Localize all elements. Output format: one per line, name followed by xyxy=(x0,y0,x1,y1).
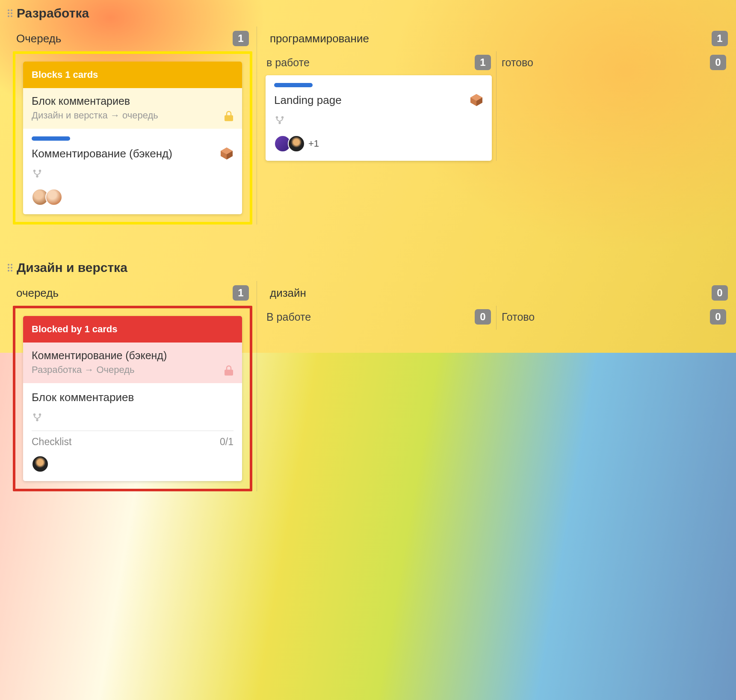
related-card-path: Разработка → Очередь xyxy=(32,364,234,375)
sublane-title: Готово xyxy=(502,311,535,323)
sublane-header[interactable]: Готово 0 xyxy=(501,306,727,330)
lane-count-badge: 1 xyxy=(233,285,249,301)
card-body: Блок комментариев Checklist 0/1 xyxy=(23,383,242,481)
card-avatars: +1 xyxy=(274,135,483,152)
card-body: Комментирование (бэкенд) xyxy=(23,129,242,214)
svg-point-5 xyxy=(36,175,38,177)
highlight-blocks: Blocks 1 cards Блок комментариев Дизайн … xyxy=(13,51,252,224)
sublane-count-badge: 1 xyxy=(475,55,491,70)
sublane-done: Готово 0 xyxy=(496,306,731,330)
card-meta xyxy=(32,412,234,425)
avatar-more-count[interactable]: +1 xyxy=(308,138,319,149)
lane-count-badge: 1 xyxy=(233,31,249,46)
avatar[interactable] xyxy=(32,455,49,473)
avatar[interactable] xyxy=(45,189,62,206)
related-card-title: Комментирование (бэкенд) xyxy=(32,349,234,362)
sublane-in-progress: в работе 1 Landing page xyxy=(261,51,496,161)
sublane-title: в работе xyxy=(266,56,310,69)
lane-design: дизайн 0 В работе 0 Готово 0 xyxy=(257,281,736,491)
svg-point-12 xyxy=(33,414,35,416)
related-card-path: Дизайн и верстка → очередь xyxy=(32,110,234,121)
lane-header[interactable]: дизайн 0 xyxy=(261,281,731,306)
card-avatars xyxy=(32,455,234,473)
svg-point-9 xyxy=(276,116,278,118)
sublane-done: готово 0 xyxy=(496,51,731,161)
cube-icon xyxy=(470,93,483,107)
svg-point-13 xyxy=(39,414,41,416)
swimlane-development: Разработка Очередь 1 Blocks 1 cards Блок… xyxy=(0,0,736,224)
swimlane-header[interactable]: Разработка xyxy=(0,0,736,27)
avatar[interactable] xyxy=(288,135,305,152)
card-blocked-banner: Blocked by 1 cards xyxy=(23,316,242,343)
lane-count-badge: 0 xyxy=(712,285,728,301)
lane-header[interactable]: программирование 1 xyxy=(261,27,731,51)
card-title: Комментирование (бэкенд) xyxy=(32,147,172,160)
swimlane-spacer xyxy=(0,224,736,254)
card-landing-page[interactable]: Landing page xyxy=(266,75,492,161)
card-avatars xyxy=(32,189,234,206)
checklist-row[interactable]: Checklist 0/1 xyxy=(32,431,234,448)
lane-programming: программирование 1 в работе 1 xyxy=(257,27,736,224)
swimlane-header[interactable]: Дизайн и верстка xyxy=(0,254,736,281)
lane-queue: очередь 1 Blocked by 1 cards Комментиров… xyxy=(9,281,257,491)
sublane-title: В работе xyxy=(266,311,311,323)
related-card-title: Блок комментариев xyxy=(32,95,234,107)
branch-icon xyxy=(32,173,43,180)
lock-icon xyxy=(222,110,235,124)
card-meta xyxy=(274,115,483,127)
sublane-count-badge: 0 xyxy=(475,309,491,325)
drag-handle-icon[interactable] xyxy=(8,264,12,272)
sublane-count-badge: 0 xyxy=(710,309,726,325)
card-body: Landing page xyxy=(266,75,492,161)
checklist-count: 0/1 xyxy=(220,436,234,448)
svg-point-4 xyxy=(39,170,41,172)
lane-header[interactable]: Очередь 1 xyxy=(13,27,252,51)
card-related-block[interactable]: Блок комментариев Дизайн и верстка → оче… xyxy=(23,88,242,129)
lane-header[interactable]: очередь 1 xyxy=(13,281,252,306)
sublane-header[interactable]: В работе 0 xyxy=(266,306,492,330)
lane-title: программирование xyxy=(270,32,369,45)
branch-icon xyxy=(32,417,43,424)
svg-point-10 xyxy=(281,116,284,118)
sublane-count-badge: 0 xyxy=(710,55,726,70)
branch-icon xyxy=(274,120,285,127)
lane-title: дизайн xyxy=(270,286,306,300)
sublane-title: готово xyxy=(502,56,533,69)
card-label-stripe xyxy=(274,83,313,87)
cube-icon xyxy=(220,147,234,160)
lane-title: очередь xyxy=(16,286,59,300)
card-meta xyxy=(32,168,234,181)
lane-queue: Очередь 1 Blocks 1 cards Блок комментари… xyxy=(9,27,257,224)
swimlane-title: Дизайн и верстка xyxy=(17,260,127,275)
svg-point-11 xyxy=(278,122,281,124)
svg-point-14 xyxy=(36,419,38,421)
drag-handle-icon[interactable] xyxy=(8,9,12,17)
highlight-blocked: Blocked by 1 cards Комментирование (бэке… xyxy=(13,306,252,491)
card-label-stripe xyxy=(32,136,70,141)
card-title: Блок комментариев xyxy=(32,391,134,404)
sublane-header[interactable]: в работе 1 xyxy=(266,51,492,75)
lock-icon xyxy=(222,364,235,379)
card-related-block[interactable]: Комментирование (бэкенд) Разработка → Оч… xyxy=(23,343,242,383)
card-comments-block[interactable]: Blocked by 1 cards Комментирование (бэке… xyxy=(23,316,242,481)
lane-count-badge: 1 xyxy=(712,31,728,46)
swimlane-title: Разработка xyxy=(17,6,89,21)
lane-title: Очередь xyxy=(16,32,61,45)
checklist-label: Checklist xyxy=(32,436,71,448)
card-commenting-backend[interactable]: Blocks 1 cards Блок комментариев Дизайн … xyxy=(23,62,242,214)
sublane-header[interactable]: готово 0 xyxy=(501,51,727,75)
card-title: Landing page xyxy=(274,94,342,107)
sublane-in-progress: В работе 0 xyxy=(261,306,496,330)
card-blocks-banner: Blocks 1 cards xyxy=(23,62,242,88)
swimlane-design: Дизайн и верстка очередь 1 Blocked by 1 … xyxy=(0,254,736,491)
svg-point-3 xyxy=(33,170,35,172)
board: Разработка Очередь 1 Blocks 1 cards Блок… xyxy=(0,0,736,491)
